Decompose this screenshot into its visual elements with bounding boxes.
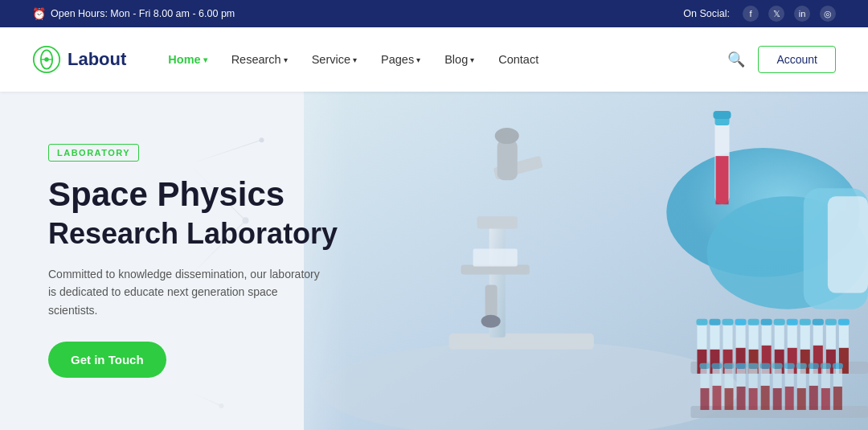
nav-blog-label: Blog <box>444 53 468 66</box>
nav-right: 🔍 Account <box>727 46 836 73</box>
svg-rect-15 <box>473 248 518 266</box>
twitter-icon[interactable]: 𝕏 <box>768 6 784 22</box>
svg-rect-49 <box>787 319 798 326</box>
nav-service-label: Service <box>312 53 350 66</box>
svg-rect-46 <box>774 319 785 326</box>
svg-rect-97 <box>833 363 843 369</box>
nav-research[interactable]: Research ▾ <box>222 47 297 72</box>
svg-rect-93 <box>821 388 830 410</box>
svg-rect-76 <box>748 363 759 369</box>
svg-rect-19 <box>828 196 868 293</box>
hero-cta-button[interactable]: Get in Touch <box>48 342 166 378</box>
svg-rect-85 <box>784 363 795 369</box>
nav-home-label: Home <box>168 53 200 66</box>
svg-rect-87 <box>797 388 806 410</box>
chevron-down-icon: ▾ <box>284 55 288 64</box>
logo-text: Labout <box>68 49 126 70</box>
svg-rect-67 <box>711 363 722 369</box>
svg-rect-96 <box>833 387 842 410</box>
svg-rect-12 <box>485 285 497 317</box>
svg-rect-31 <box>709 319 720 326</box>
hero-title-main: Space Physics <box>48 176 358 213</box>
hero-description: Committed to knowledge dissemination, ou… <box>48 265 321 319</box>
hero-title-sub: Research Laboratory <box>48 216 358 251</box>
svg-rect-75 <box>749 388 758 410</box>
nav-pages[interactable]: Pages ▾ <box>371 47 430 72</box>
svg-rect-66 <box>712 386 721 410</box>
svg-rect-78 <box>761 386 770 410</box>
search-icon[interactable]: 🔍 <box>727 51 745 68</box>
facebook-icon[interactable]: f <box>743 6 759 22</box>
hero-section: LABORATORY Space Physics Research Labora… <box>0 92 868 430</box>
hero-badge: LABORATORY <box>48 144 139 162</box>
chevron-down-icon: ▾ <box>203 55 207 64</box>
svg-rect-28 <box>696 319 707 326</box>
svg-rect-40 <box>748 319 760 326</box>
svg-rect-52 <box>800 319 811 326</box>
logo[interactable]: Labout <box>32 45 126 74</box>
svg-rect-88 <box>796 363 807 369</box>
chevron-down-icon: ▾ <box>353 55 357 64</box>
chevron-down-icon: ▾ <box>416 55 420 64</box>
svg-rect-72 <box>737 387 746 410</box>
topbar-social: On Social: f 𝕏 in ◎ <box>683 6 836 22</box>
svg-rect-79 <box>760 363 771 369</box>
nav-home[interactable]: Home ▾ <box>158 47 216 72</box>
svg-rect-70 <box>723 363 734 369</box>
svg-rect-90 <box>809 386 818 410</box>
logo-icon <box>32 45 61 74</box>
svg-rect-64 <box>699 363 710 369</box>
svg-rect-55 <box>813 319 824 326</box>
svg-rect-8 <box>477 216 518 228</box>
nav-blog[interactable]: Blog ▾ <box>435 47 484 72</box>
nav-pages-label: Pages <box>381 53 414 66</box>
instagram-icon[interactable]: ◎ <box>820 6 836 22</box>
nav-service[interactable]: Service ▾ <box>302 47 366 72</box>
svg-rect-6 <box>449 334 595 350</box>
chevron-down-icon: ▾ <box>470 55 474 64</box>
svg-rect-91 <box>809 363 819 369</box>
svg-rect-69 <box>724 388 733 410</box>
svg-rect-34 <box>722 319 733 326</box>
svg-rect-94 <box>821 363 831 369</box>
clock-icon: ⏰ <box>32 7 46 20</box>
hours-text: Open Hours: Mon - Fri 8.00 am - 6.00 pm <box>51 8 235 19</box>
svg-rect-37 <box>735 319 747 326</box>
navbar: Labout Home ▾ Research ▾ Service ▾ Pages… <box>0 27 868 92</box>
linkedin-icon[interactable]: in <box>794 6 810 22</box>
topbar-hours: ⏰ Open Hours: Mon - Fri 8.00 am - 6.00 p… <box>32 7 235 20</box>
nav-contact-label: Contact <box>498 53 538 66</box>
account-button[interactable]: Account <box>758 46 836 73</box>
nav-research-label: Research <box>231 53 281 66</box>
svg-rect-84 <box>785 387 794 410</box>
svg-point-11 <box>495 128 519 144</box>
nav-contact[interactable]: Contact <box>489 47 548 72</box>
svg-rect-82 <box>772 363 783 369</box>
nav-links: Home ▾ Research ▾ Service ▾ Pages ▾ Blog… <box>158 47 727 72</box>
topbar: ⏰ Open Hours: Mon - Fri 8.00 am - 6.00 p… <box>0 0 868 27</box>
svg-rect-63 <box>700 388 709 410</box>
svg-point-13 <box>481 315 501 328</box>
svg-rect-61 <box>838 319 850 326</box>
svg-rect-43 <box>761 319 772 326</box>
svg-rect-21 <box>715 156 728 204</box>
social-label: On Social: <box>683 8 730 19</box>
svg-rect-23 <box>713 111 731 119</box>
svg-rect-73 <box>736 363 747 369</box>
svg-rect-10 <box>497 140 518 180</box>
svg-rect-58 <box>825 319 837 326</box>
svg-rect-81 <box>773 388 782 410</box>
hero-content: LABORATORY Space Physics Research Labora… <box>0 92 391 430</box>
